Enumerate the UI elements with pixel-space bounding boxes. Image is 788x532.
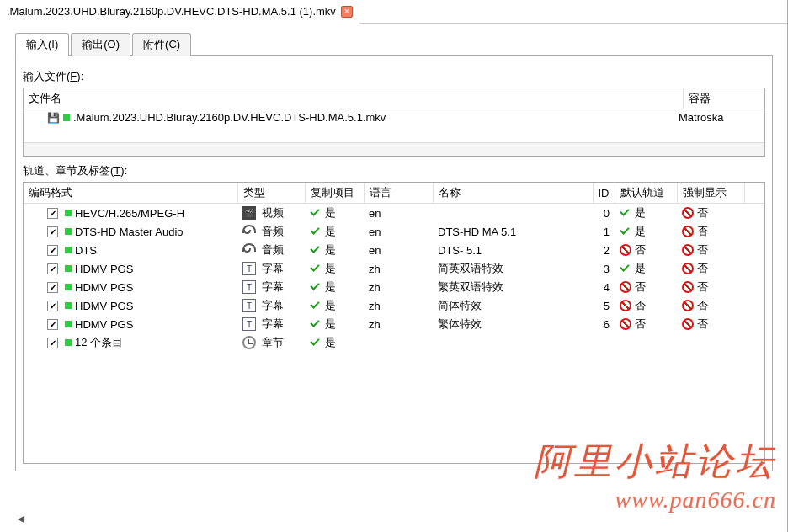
track-lang: zh (369, 318, 381, 331)
column-type[interactable]: 类型 (237, 183, 305, 204)
column-default[interactable]: 默认轨道 (615, 183, 677, 204)
track-type: 章节 (262, 335, 284, 350)
check-icon (310, 318, 322, 330)
disk-icon: 💾 (47, 112, 60, 124)
file-row[interactable]: 💾 .Malum.2023.UHD.Bluray.2160p.DV.HEVC.D… (24, 109, 764, 125)
track-id: 1 (604, 226, 610, 238)
track-type: 音频 (262, 242, 284, 258)
subtitle-icon: T (242, 280, 256, 294)
document-tab[interactable]: .Malum.2023.UHD.Bluray.2160p.DV.HEVC.DTS… (0, 0, 359, 24)
track-lang: en (369, 244, 381, 257)
column-filename[interactable]: 文件名 (24, 88, 684, 109)
track-lang: en (369, 226, 381, 238)
track-checkbox[interactable]: ✔ (47, 301, 58, 311)
status-icon (65, 210, 72, 216)
track-type: 音频 (262, 224, 284, 239)
column-name[interactable]: 名称 (433, 183, 593, 204)
track-row[interactable]: ✔ HDMV PGST字幕是zh简英双语特效3是否 (24, 259, 764, 278)
document-tabs: .Malum.2023.UHD.Bluray.2160p.DV.HEVC.DTS… (0, 0, 788, 24)
subtitle-icon: T (242, 262, 256, 275)
check-icon (620, 263, 631, 274)
column-container[interactable]: 容器 (684, 88, 764, 109)
check-icon (620, 207, 631, 219)
track-name: DTS- 5.1 (438, 244, 482, 257)
track-id: 2 (604, 244, 610, 257)
tab-output[interactable]: 输出(O) (71, 33, 130, 56)
track-codec: HDMV PGS (75, 281, 133, 294)
track-id: 6 (604, 318, 610, 331)
check-icon (310, 281, 322, 293)
track-type: 字幕 (262, 317, 284, 332)
status-icon (65, 265, 72, 272)
track-id: 3 (604, 263, 610, 275)
status-icon (65, 321, 72, 327)
column-lang[interactable]: 语言 (364, 183, 433, 204)
status-icon (65, 284, 72, 290)
track-name: DTS-HD MA 5.1 (438, 226, 516, 238)
tab-attach[interactable]: 附件(C) (132, 33, 191, 56)
track-row[interactable]: ✔ HDMV PGST字幕是zh简体特效5否否 (24, 296, 764, 315)
no-icon (620, 281, 631, 293)
tab-panel-input: 输入文件(F): 文件名 容器 💾 .Malum.2023.UHD.Bluray… (15, 55, 773, 471)
no-icon (620, 318, 631, 330)
column-id[interactable]: ID (593, 183, 615, 204)
audio-icon (242, 243, 256, 257)
track-codec: DTS (75, 244, 97, 257)
track-row[interactable]: ✔ DTS-HD Master Audio音频是enDTS-HD MA 5.11… (24, 222, 764, 241)
column-forced[interactable]: 强制显示 (677, 183, 744, 204)
file-name: .Malum.2023.UHD.Bluray.2160p.DV.HEVC.DTS… (73, 111, 386, 124)
track-checkbox[interactable]: ✔ (47, 338, 58, 348)
no-icon (682, 318, 694, 330)
track-checkbox[interactable]: ✔ (47, 245, 58, 256)
track-lang: zh (369, 263, 381, 275)
status-icon (65, 339, 72, 346)
subtitle-icon: T (242, 317, 256, 331)
track-codec: HEVC/H.265/MPEG-H (75, 207, 184, 220)
track-checkbox[interactable]: ✔ (47, 263, 58, 274)
track-codec: HDMV PGS (75, 263, 133, 275)
no-icon (682, 207, 694, 219)
no-icon (620, 244, 631, 256)
status-icon (65, 247, 72, 253)
track-codec: DTS-HD Master Audio (75, 226, 184, 238)
track-row[interactable]: ✔ HEVC/H.265/MPEG-H🎬视频是en0是否 (24, 204, 764, 223)
check-icon (310, 337, 322, 348)
close-icon[interactable]: × (341, 6, 353, 18)
no-icon (682, 300, 694, 311)
track-row[interactable]: ✔ HDMV PGST字幕是zh繁体特效6否否 (24, 315, 764, 333)
track-checkbox[interactable]: ✔ (47, 226, 58, 237)
track-row[interactable]: ✔ DTS音频是enDTS- 5.12否否 (24, 241, 764, 259)
column-codec[interactable]: 编码格式 (24, 183, 237, 204)
input-files-label: 输入文件(F): (23, 69, 765, 84)
check-icon (310, 300, 322, 311)
check-icon (310, 226, 322, 237)
track-row[interactable]: ✔ HDMV PGST字幕是zh繁英双语特效4否否 (24, 278, 764, 296)
check-icon (310, 207, 322, 219)
scrollbar-horizontal[interactable] (24, 142, 764, 156)
track-id: 4 (604, 281, 610, 294)
track-checkbox[interactable]: ✔ (47, 319, 58, 330)
subtitle-icon: T (242, 299, 256, 312)
no-icon (682, 226, 694, 237)
audio-icon (242, 225, 256, 238)
input-files-list[interactable]: 文件名 容器 💾 .Malum.2023.UHD.Bluray.2160p.DV… (23, 88, 765, 157)
track-codec: HDMV PGS (75, 318, 133, 331)
track-lang: zh (369, 281, 381, 294)
chapter-icon (242, 336, 256, 349)
track-lang: en (369, 207, 381, 220)
track-type: 字幕 (262, 298, 284, 313)
track-id: 5 (604, 300, 610, 312)
track-checkbox[interactable]: ✔ (47, 282, 58, 293)
track-row[interactable]: ✔ 12 个条目章节是 (24, 333, 764, 352)
video-icon: 🎬 (242, 206, 256, 220)
tab-input[interactable]: 输入(I) (15, 33, 69, 56)
track-name: 繁英双语特效 (438, 280, 503, 293)
track-lang: zh (369, 300, 381, 312)
track-codec: 12 个条目 (75, 335, 123, 350)
scroll-left-icon[interactable]: ◄ (15, 512, 27, 525)
column-copy[interactable]: 复制项目 (305, 183, 364, 204)
tracks-list[interactable]: 编码格式 类型 复制项目 语言 名称 ID 默认轨道 强制显示 ✔ HEVC/H… (23, 182, 765, 464)
track-checkbox[interactable]: ✔ (47, 208, 58, 219)
tracks-header-row: 编码格式 类型 复制项目 语言 名称 ID 默认轨道 强制显示 (24, 183, 764, 204)
no-icon (620, 300, 631, 311)
